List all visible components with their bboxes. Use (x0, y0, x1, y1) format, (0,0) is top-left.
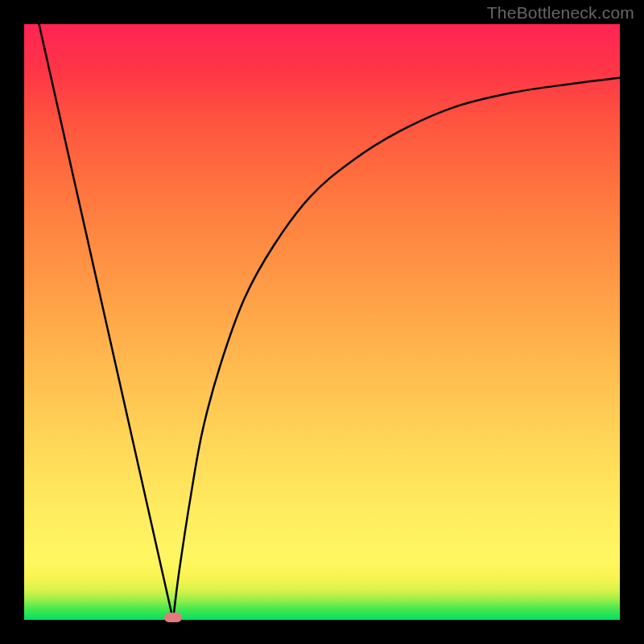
bottleneck-curve (24, 24, 620, 620)
watermark-text: TheBottleneck.com (487, 3, 634, 23)
chart-frame: TheBottleneck.com (0, 0, 644, 644)
curve-path (39, 24, 621, 620)
plot-area (24, 24, 620, 620)
optimum-marker (164, 613, 182, 622)
